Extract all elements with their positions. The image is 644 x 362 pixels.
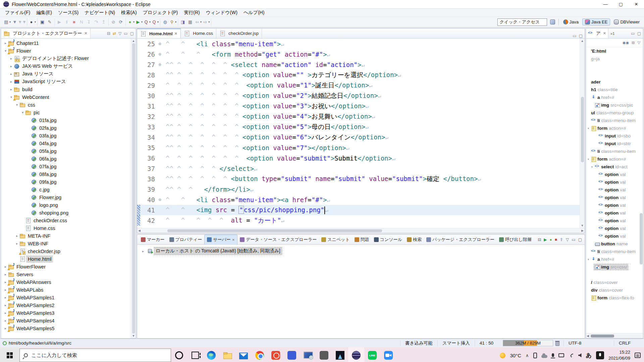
expand-arrow-icon[interactable]: ▸: [14, 234, 19, 238]
open-console-icon[interactable]: ▣: [39, 18, 46, 26]
tree-item-08fa.jpg[interactable]: 08fa.jpg: [1, 170, 136, 178]
collapse-arrow-icon[interactable]: ▾: [586, 158, 590, 161]
outline-item-img[interactable]: imgsrc=css/: [586, 263, 643, 271]
outline-item-option[interactable]: optionval: [586, 171, 643, 178]
tree-item-WebContent[interactable]: ▾WebContent: [1, 93, 136, 101]
taskbar-app-explorer[interactable]: [219, 347, 235, 362]
step-into-icon[interactable]: ↧: [86, 18, 92, 26]
more-views-tab[interactable]: »1: [608, 28, 616, 38]
scroll-right-icon[interactable]: ▶: [581, 229, 584, 232]
code-line-31[interactable]: 31^^ ^ ^ ^ ^ ^ ^ <option value="3">お祝い</…: [137, 101, 580, 111]
bottom-tab-パッケージ・エクスプローラー[interactable]: パッケージ・エクスプローラー: [424, 235, 497, 244]
maximize-icon[interactable]: ▢: [130, 31, 134, 36]
outline-item-ader[interactable]: ader: [586, 78, 643, 86]
chevron-up-icon[interactable]: ∧: [526, 353, 529, 358]
open-perspective-button[interactable]: [549, 18, 556, 26]
menu-item-5[interactable]: 検索(A): [118, 10, 140, 16]
collapse-arrow-icon[interactable]: ▾: [20, 111, 25, 114]
bottom-tab-マーカー[interactable]: マーカー: [139, 235, 167, 244]
tree-item-WebAPSamples1[interactable]: ▸JWebAPSamples1: [1, 294, 136, 301]
tree-item-build[interactable]: ▸build: [1, 85, 136, 93]
wifi-icon[interactable]: [569, 353, 574, 357]
close-view-icon[interactable]: ✕: [84, 31, 87, 36]
tree-item-07fa.jpg[interactable]: 07fa.jpg: [1, 163, 136, 170]
code-line-41[interactable]: 41^ ^ <img src = "css/pic/shopping.png"↵: [137, 205, 580, 215]
search-icon[interactable]: ⚲▾: [169, 18, 176, 26]
scroll-down-icon[interactable]: ▼: [581, 224, 584, 227]
close-view-icon[interactable]: ✕: [603, 31, 606, 36]
collapse-all-icon[interactable]: ⊟: [632, 41, 635, 45]
scroll-up-icon[interactable]: ▲: [581, 39, 584, 43]
collapse-all-icon[interactable]: ⊟: [538, 237, 541, 242]
minimize-icon[interactable]: ▭: [124, 31, 127, 36]
garbage-collect-icon[interactable]: [555, 341, 559, 346]
collapse-arrow-icon[interactable]: ▾: [586, 258, 590, 261]
taskbar-clock[interactable]: 15:22 2021/06/09: [608, 349, 630, 361]
tablet-icon[interactable]: [558, 353, 564, 357]
code-line-28[interactable]: 28^^ ^ ^ ^ ^ ^ ^ <option value="" >カテゴリー…: [137, 70, 580, 80]
code-line-42[interactable]: 42^ ^ ^ ^ ^ alt = "カート"↵: [137, 215, 580, 226]
outline-item-div[interactable]: divclass=cover: [586, 286, 643, 294]
editor-tab-Home.html[interactable]: Home.html✕: [137, 28, 181, 38]
menu-item-3[interactable]: ソース(S): [55, 10, 82, 16]
tree-item-Flower.jpg[interactable]: Flower.jpg: [1, 193, 136, 201]
scrollbar-thumb[interactable]: [167, 229, 382, 232]
editor-vertical-scrollbar[interactable]: ▲ ▼: [580, 39, 585, 228]
temperature-label[interactable]: 30°C: [510, 353, 521, 358]
tree-item-c.jpg[interactable]: c.jpg: [1, 186, 136, 193]
sort-icon[interactable]: ◉◉: [623, 41, 629, 45]
resume-icon[interactable]: ▶: [56, 18, 63, 26]
code-line-35[interactable]: 35^^ ^ ^ ^ ^ ^ ^ <option value="7"></opt…: [137, 142, 580, 153]
tree-item-06fa.jpg[interactable]: 06fa.jpg: [1, 155, 136, 163]
bottom-tab-データ・ソース・エクスプローラー[interactable]: データ・ソース・エクスプローラー: [237, 235, 319, 244]
notification-icon[interactable]: [635, 353, 641, 358]
tree-item-WebAPSamples2[interactable]: ▸JWebAPSamples2: [1, 301, 136, 309]
server-list-item[interactable]: ▸ ローカル・ホスト の Tomcat8 (Java8) [始動済み, 同期済み…: [137, 247, 585, 255]
menu-item-4[interactable]: ナビゲート(N): [82, 10, 118, 16]
menu-item-7[interactable]: 実行(R): [181, 10, 203, 16]
expand-arrow-icon[interactable]: ▸: [9, 80, 14, 83]
run-icon[interactable]: ▶▾: [135, 18, 143, 26]
start-server-icon[interactable]: ▶: [544, 237, 547, 242]
outline-item-option[interactable]: optionval: [586, 232, 643, 240]
outline-item--[interactable]: /class=cover: [586, 279, 643, 286]
taskbar-app-mail[interactable]: [235, 347, 252, 362]
code-line-25[interactable]: 25⊖^ ^ <li class="menu-item">↵: [137, 39, 580, 49]
tree-item-05fa.jpg[interactable]: 05fa.jpg: [1, 147, 136, 155]
bottom-tab-コンソール[interactable]: コンソール: [372, 235, 405, 244]
fold-collapse-icon[interactable]: ⊖: [156, 197, 164, 202]
outline-item-option[interactable]: optionval: [586, 201, 643, 209]
debug-icon[interactable]: ●▾: [127, 18, 135, 26]
scrollbar-thumb[interactable]: [132, 43, 135, 334]
code-line-29[interactable]: 29^ ^ ^ ^ ^ ^ ^ <option value="1">誕生日</o…: [137, 80, 580, 90]
taskbar-app-starapp[interactable]: [316, 347, 332, 362]
scroll-left-icon[interactable]: ◀: [587, 334, 589, 338]
outline-item-option[interactable]: optionval: [586, 186, 643, 194]
outline-item-input[interactable]: inputid=sbo: [586, 132, 643, 140]
tree-scrollbar[interactable]: ▲▼: [131, 39, 136, 338]
maximize-icon[interactable]: ▢: [578, 237, 582, 242]
outline-item-option[interactable]: optionval: [586, 217, 643, 225]
scrollbar-thumb[interactable]: [591, 335, 614, 338]
code-line-40[interactable]: 40⊖^ ^ <li class="menu-item"><a href="#"…: [137, 194, 580, 205]
taskbar-app-taskview[interactable]: [187, 347, 203, 362]
code-line-37[interactable]: 37^^ ^ ^ ^ ^ </select>↵: [137, 163, 580, 174]
outline-item-li[interactable]: liclass=menu-item: [586, 147, 643, 155]
outline-item-ul[interactable]: ulclass=menu-group: [586, 109, 643, 117]
refresh-icon[interactable]: ⟳: [117, 18, 124, 26]
expand-arrow-icon[interactable]: ▸: [9, 72, 14, 76]
step-over-icon[interactable]: ↷: [93, 18, 100, 26]
perspective-javaee[interactable]: Java EE: [582, 18, 610, 25]
taskbar-app-atmenu[interactable]: [284, 347, 300, 362]
maximize-icon[interactable]: ▢: [579, 34, 583, 38]
coverage-icon[interactable]: Q▾: [143, 18, 151, 26]
tree-item-Java-[interactable]: ▸Java リソース: [1, 70, 136, 78]
quick-access-box[interactable]: クイック・アクセス: [497, 18, 547, 26]
save-icon[interactable]: ▼: [11, 18, 18, 26]
outline-item-option[interactable]: optionval: [586, 209, 643, 217]
outline-item-button[interactable]: buttonname: [586, 240, 643, 248]
outline-item-form[interactable]: ▾formaction=#: [586, 155, 643, 163]
collapse-all-icon[interactable]: ⊟: [107, 31, 110, 36]
scroll-down-icon[interactable]: ▼: [132, 334, 135, 338]
fold-collapse-icon[interactable]: ⊖: [156, 41, 164, 46]
